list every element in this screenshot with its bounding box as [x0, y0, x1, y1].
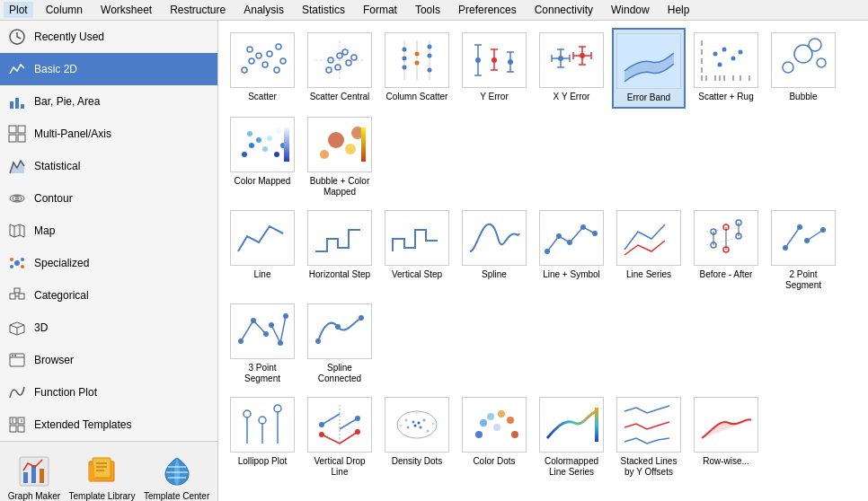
plot-spline[interactable]: Spline: [457, 206, 531, 295]
sidebar-item-specialized[interactable]: Specialized: [0, 247, 217, 279]
svg-rect-7: [18, 135, 25, 142]
extended-templates-icon: [7, 415, 27, 435]
plot-lollipop[interactable]: Lollipop Plot: [226, 392, 299, 482]
svg-point-125: [242, 152, 247, 157]
menu-statistics[interactable]: Statistics: [297, 2, 350, 18]
svg-point-131: [276, 128, 281, 134]
plot-2-point-segment[interactable]: 2 Point Segment: [766, 206, 840, 295]
plot-line[interactable]: Line: [226, 206, 299, 295]
plot-horizontal-step[interactable]: Horizontal Step: [303, 206, 376, 295]
svg-point-57: [280, 58, 286, 64]
sidebar-item-contour[interactable]: Contour: [0, 182, 217, 215]
svg-point-186: [397, 411, 437, 438]
footer-template-center-label: Template Center: [144, 491, 209, 501]
svg-rect-22: [14, 288, 20, 293]
menu-connectivity[interactable]: Connectivity: [529, 2, 598, 18]
menu-plot[interactable]: Plot: [4, 2, 33, 18]
footer-template-library[interactable]: Template Library: [66, 450, 139, 501]
svg-point-104: [713, 52, 718, 57]
svg-point-187: [414, 425, 417, 427]
multi-panel-icon: [7, 124, 27, 144]
plot-color-mapped[interactable]: Color Mapped: [226, 112, 299, 202]
svg-point-16: [21, 258, 24, 261]
svg-point-124: [809, 39, 821, 51]
svg-point-17: [10, 265, 13, 268]
sidebar: Recently Used Basic 2D Bar, Pie, Area: [0, 21, 218, 501]
plot-stacked-lines-y[interactable]: Stacked Lines by Y Offsets: [612, 392, 686, 482]
svg-rect-2: [15, 98, 19, 109]
footer-template-center[interactable]: Template Center: [140, 450, 213, 501]
plot-bubble[interactable]: Bubble: [766, 28, 840, 109]
plot-bubble-color-mapped[interactable]: Bubble + Color Mapped: [303, 112, 376, 202]
svg-point-202: [493, 424, 500, 431]
vertical-step-label: Vertical Step: [392, 269, 442, 280]
menu-preferences[interactable]: Preferences: [453, 2, 522, 18]
plot-colormapped-line-series[interactable]: Colormapped Line Series: [535, 392, 608, 482]
sidebar-item-recently-used[interactable]: Recently Used: [0, 21, 217, 53]
menu-format[interactable]: Format: [358, 2, 403, 18]
svg-rect-1: [10, 101, 13, 109]
plot-grid-row1: Scatter Scatt: [226, 28, 861, 202]
menu-restructure[interactable]: Restructure: [164, 2, 231, 18]
sidebar-item-3d[interactable]: 3D: [0, 312, 217, 344]
sidebar-item-function-plot[interactable]: Function Plot: [0, 376, 217, 409]
2-point-segment-label: 2 Point Segment: [771, 269, 836, 291]
plot-line-series[interactable]: Line Series: [612, 206, 686, 295]
svg-line-184: [340, 432, 358, 444]
svg-rect-41: [93, 458, 111, 478]
lollipop-label: Lollipop Plot: [238, 456, 287, 467]
svg-point-170: [359, 315, 364, 321]
svg-rect-3: [21, 104, 24, 109]
sidebar-item-map[interactable]: Map: [0, 215, 217, 247]
line-symbol-icon-box: [539, 210, 604, 266]
sidebar-item-basic-2d[interactable]: Basic 2D: [0, 53, 217, 85]
menu-column[interactable]: Column: [40, 2, 88, 18]
plot-row-wise[interactable]: Row-wise...: [689, 392, 763, 482]
plot-line-symbol[interactable]: Line + Symbol: [535, 206, 608, 295]
svg-point-96: [558, 56, 563, 61]
svg-point-191: [407, 426, 410, 429]
svg-point-85: [492, 57, 497, 63]
plot-error-band[interactable]: Error Band: [612, 28, 686, 109]
plot-scatter[interactable]: Scatter: [226, 28, 299, 109]
plot-scatter-central[interactable]: Scatter Central: [303, 28, 376, 109]
svg-point-185: [355, 429, 360, 435]
sidebar-item-bar-pie-area[interactable]: Bar, Pie, Area: [0, 85, 217, 118]
plot-column-scatter[interactable]: Column Scatter: [380, 28, 454, 109]
sidebar-item-categorical[interactable]: Categorical: [0, 279, 217, 312]
plot-spline-connected[interactable]: Spline Connected: [303, 299, 376, 389]
scatter-label: Scatter: [248, 92, 277, 102]
sidebar-item-extended-templates[interactable]: Extended Templates: [0, 409, 217, 441]
sidebar-item-statistical[interactable]: Statistical: [0, 150, 217, 182]
sidebar-item-browser[interactable]: Browser: [0, 344, 217, 376]
menu-worksheet[interactable]: Worksheet: [95, 2, 157, 18]
plot-xy-error[interactable]: X Y Error: [535, 28, 608, 109]
categorical-icon: [7, 286, 27, 305]
plot-scatter-rug[interactable]: Scatter + Rug: [689, 28, 763, 109]
svg-rect-39: [40, 469, 44, 483]
svg-point-64: [351, 55, 357, 60]
plot-vertical-step[interactable]: Vertical Step: [380, 206, 454, 295]
footer-graph-maker[interactable]: Graph Maker: [4, 450, 64, 501]
svg-point-142: [567, 240, 572, 245]
plot-vertical-drop-line[interactable]: Vertical Drop Line: [303, 392, 376, 482]
svg-point-201: [487, 413, 494, 420]
svg-rect-5: [18, 126, 25, 133]
plot-3-point-segment[interactable]: 3 Point Segment: [226, 299, 299, 389]
menu-tools[interactable]: Tools: [410, 2, 446, 18]
plot-before-after[interactable]: Before - After: [689, 206, 763, 295]
sidebar-label-statistical: Statistical: [34, 160, 80, 172]
plot-y-error[interactable]: Y Error: [457, 28, 531, 109]
sidebar-item-multi-panel[interactable]: Multi-Panel/Axis: [0, 118, 217, 150]
menu-window[interactable]: Window: [606, 2, 655, 18]
svg-point-53: [262, 62, 268, 67]
sidebar-label-categorical: Categorical: [34, 289, 89, 302]
plot-color-dots[interactable]: Color Dots: [457, 392, 531, 482]
plot-density-dots[interactable]: Density Dots: [380, 392, 454, 482]
menu-help[interactable]: Help: [662, 2, 695, 18]
svg-point-194: [427, 430, 430, 433]
svg-point-129: [262, 146, 268, 152]
svg-point-132: [274, 152, 279, 157]
menu-analysis[interactable]: Analysis: [238, 2, 289, 18]
svg-rect-33: [18, 426, 24, 432]
